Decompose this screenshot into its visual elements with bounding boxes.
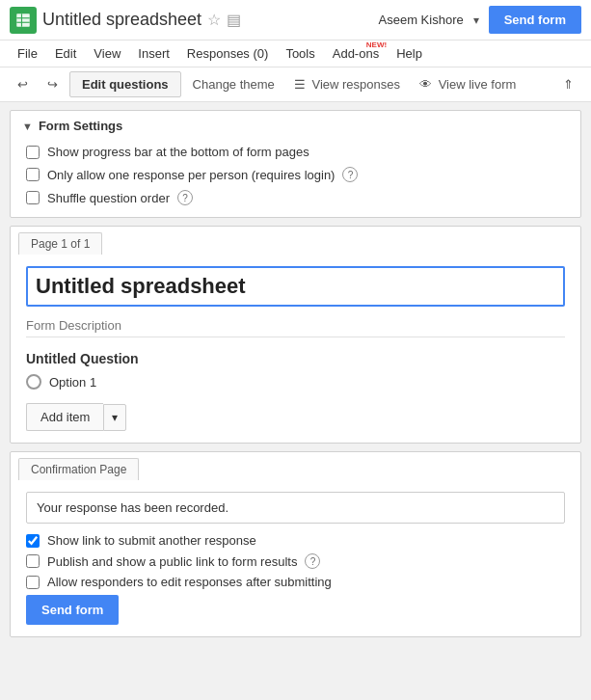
menu-file[interactable]: File [10,42,45,65]
form-settings-title: Form Settings [39,119,122,133]
confirmation-tab-label: Confirmation Page [18,458,139,480]
menu-help[interactable]: Help [389,42,430,65]
help-icon-shuffle[interactable]: ? [177,190,193,205]
star-icon[interactable]: ☆ [207,11,221,29]
collapse-button[interactable]: ⇑ [555,72,581,96]
checkbox-row-submit-link: Show link to submit another response [26,533,565,548]
confirmation-panel: Confirmation Page Show link to submit an… [10,451,581,637]
menu-edit[interactable]: Edit [47,42,84,65]
main-content: ▼ Form Settings Show progress bar at the… [0,102,591,645]
svg-rect-0 [16,13,30,27]
view-live-form-button[interactable]: 👁 View live form [412,72,524,96]
menu-insert[interactable]: Insert [130,42,177,65]
eye-icon: 👁 [419,77,432,92]
page1-body: Untitled Question Option 1 Add item ▾ [11,255,580,443]
checkbox-edit-responses[interactable] [26,576,40,589]
form-settings-panel: ▼ Form Settings Show progress bar at the… [10,110,581,218]
send-form-button-top[interactable]: Send form [489,6,581,34]
add-item-button[interactable]: Add item [26,403,103,431]
checkbox-progress[interactable] [26,146,40,159]
top-bar-left: Untitled spreadsheet ☆ ▤ [10,7,241,34]
add-item-dropdown-button[interactable]: ▾ [103,404,126,431]
form-title-input[interactable] [26,266,565,307]
checkbox-row-shuffle: Shuffle question order ? [26,190,565,205]
menu-tools[interactable]: Tools [278,42,322,65]
checkbox-one-response-label: Only allow one response per person (requ… [47,168,335,182]
form-settings-body: Show progress bar at the bottom of form … [11,141,580,217]
add-item-area: Add item ▾ [26,403,565,431]
checkbox-row-one-response: Only allow one response per person (requ… [26,167,565,182]
top-bar-right: Aseem Kishore ▾ Send form [379,6,581,34]
top-bar: Untitled spreadsheet ☆ ▤ Aseem Kishore ▾… [0,0,591,40]
checkbox-edit-responses-label: Allow responders to edit responses after… [47,575,332,589]
undo-button[interactable]: ↩ [10,72,36,96]
page1-panel: Page 1 of 1 Untitled Question Option 1 A… [10,226,581,444]
page1-tab-label: Page 1 of 1 [18,232,102,255]
menu-addons[interactable]: Add-ons NEW! [325,42,387,65]
spreadsheet-title: Untitled spreadsheet [42,10,201,30]
view-responses-button[interactable]: ☰ View responses [286,72,408,96]
form-settings-header[interactable]: ▼ Form Settings [11,111,580,141]
confirmation-tab[interactable]: Confirmation Page [11,452,580,480]
spreadsheet-icon [10,7,37,34]
radio-button[interactable] [26,374,41,390]
menu-responses[interactable]: Responses (0) [179,42,277,65]
view-responses-icon: ☰ [294,77,306,92]
folder-icon[interactable]: ▤ [227,11,241,29]
change-theme-button[interactable]: Change theme [185,72,282,96]
checkbox-publish-label: Publish and show a public link to form r… [47,554,297,569]
edit-questions-button[interactable]: Edit questions [69,71,181,97]
checkbox-shuffle-label: Shuffle question order [47,191,170,205]
checkbox-progress-label: Show progress bar at the bottom of form … [47,145,309,159]
option-row: Option 1 [26,374,565,390]
menu-bar: File Edit View Insert Responses (0) Tool… [0,40,591,67]
checkbox-submit-link[interactable] [26,534,40,548]
confirmation-message-input[interactable] [26,492,565,524]
page1-tab[interactable]: Page 1 of 1 [11,227,580,255]
help-icon-one-response[interactable]: ? [342,167,358,182]
checkbox-row-publish: Publish and show a public link to form r… [26,553,565,569]
checkbox-one-response[interactable] [26,168,40,181]
menu-view[interactable]: View [86,42,128,65]
question-label: Untitled Question [26,351,565,366]
checkbox-row-progress: Show progress bar at the bottom of form … [26,145,565,159]
checkbox-row-edit-responses: Allow responders to edit responses after… [26,575,565,589]
user-name: Aseem Kishore [379,13,464,27]
checkbox-submit-link-label: Show link to submit another response [47,533,256,548]
redo-button[interactable]: ↪ [40,72,66,96]
checkbox-publish[interactable] [26,554,40,568]
toolbar: ↩ ↪ Edit questions Change theme ☰ View r… [0,67,591,102]
send-form-button-bottom[interactable]: Send form [26,595,119,625]
checkbox-shuffle[interactable] [26,191,40,204]
form-description-input[interactable] [26,314,565,337]
option1-text: Option 1 [49,375,96,390]
confirmation-body: Show link to submit another response Pub… [11,480,580,636]
form-settings-arrow: ▼ [22,121,33,132]
help-icon-publish[interactable]: ? [305,553,320,569]
user-dropdown-icon[interactable]: ▾ [473,13,479,27]
new-badge: NEW! [366,40,387,49]
